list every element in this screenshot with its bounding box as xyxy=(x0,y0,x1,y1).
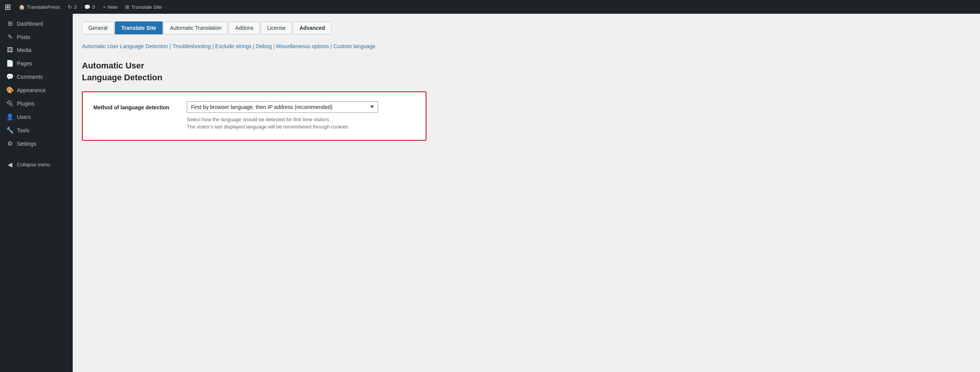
admin-bar: ⊞ 🏠 TranslatePress ↻ 3 💬 0 + New ⊞ Trans… xyxy=(0,0,980,14)
section-heading: Automatic User Language Detection xyxy=(82,60,971,84)
new-bar[interactable]: + New xyxy=(103,4,118,10)
settings-description: Select how the language should be detect… xyxy=(187,116,415,131)
plugins-icon: 🔌 xyxy=(6,100,14,107)
sidebar-item-pages[interactable]: 📄 Pages xyxy=(0,57,73,70)
admin-sidebar: ⊞ Dashboard ✎ Posts 🖼 Media 📄 Pages 💬 Co… xyxy=(0,14,73,372)
tab-automatic-translation[interactable]: Automatic Translation xyxy=(163,21,228,34)
sidebar-item-comments[interactable]: 💬 Comments xyxy=(0,70,73,83)
anchor-exclude-strings[interactable]: Exclude strings xyxy=(215,43,252,49)
settings-label-detection: Method of language detection xyxy=(93,101,178,110)
sidebar-item-media[interactable]: 🖼 Media xyxy=(0,44,73,57)
wp-wrapper: ⊞ Dashboard ✎ Posts 🖼 Media 📄 Pages 💬 Co… xyxy=(0,14,980,372)
collapse-menu-button[interactable]: ◀ Collapse menu xyxy=(0,158,73,171)
tab-addons[interactable]: Addons xyxy=(229,21,260,34)
comments-bar[interactable]: 💬 0 xyxy=(84,4,95,10)
media-icon: 🖼 xyxy=(6,47,14,54)
language-detection-select[interactable]: First by browser language, then IP addre… xyxy=(187,101,378,113)
posts-icon: ✎ xyxy=(6,33,14,41)
comments-icon: 💬 xyxy=(84,4,90,10)
sidebar-item-users[interactable]: 👤 Users xyxy=(0,110,73,123)
appearance-icon: 🎨 xyxy=(6,86,14,94)
anchor-troubleshooting[interactable]: Troubleshooting xyxy=(173,43,211,49)
sidebar-item-appearance[interactable]: 🎨 Appearance xyxy=(0,83,73,97)
main-content: General Translate Site Automatic Transla… xyxy=(73,14,980,372)
anchor-misc-options[interactable]: Miscellaneous options xyxy=(276,43,329,49)
pages-icon: 📄 xyxy=(6,60,14,67)
sep-3: | xyxy=(253,43,255,49)
sidebar-item-tools[interactable]: 🔧 Tools xyxy=(0,123,73,137)
translate-icon: ⊞ xyxy=(125,4,129,10)
plus-icon: + xyxy=(103,4,106,10)
sep-5: | xyxy=(330,43,332,49)
users-icon: 👤 xyxy=(6,113,14,120)
sep-2: | xyxy=(212,43,214,49)
tab-translate-site[interactable]: Translate Site xyxy=(115,21,163,34)
settings-control-detection: First by browser language, then IP addre… xyxy=(187,101,415,131)
settings-box: Method of language detection First by br… xyxy=(82,91,426,141)
tab-advanced[interactable]: Advanced xyxy=(293,21,332,34)
sidebar-item-plugins[interactable]: 🔌 Plugins xyxy=(0,97,73,110)
collapse-icon: ◀ xyxy=(6,161,14,168)
tab-bar: General Translate Site Automatic Transla… xyxy=(82,21,971,34)
sidebar-item-settings[interactable]: ⚙ Settings xyxy=(0,137,73,150)
anchor-links: Automatic User Language Detection | Trou… xyxy=(82,43,971,49)
dashboard-icon: ⊞ xyxy=(6,20,14,27)
sidebar-item-posts[interactable]: ✎ Posts xyxy=(0,30,73,44)
comments-sidebar-icon: 💬 xyxy=(6,73,14,80)
anchor-custom-language[interactable]: Custom language xyxy=(333,43,376,49)
updates-bar[interactable]: ↻ 3 xyxy=(68,4,77,10)
anchor-debug[interactable]: Debug xyxy=(256,43,272,49)
site-name-bar[interactable]: 🏠 TranslatePress xyxy=(19,4,60,10)
settings-icon: ⚙ xyxy=(6,140,14,147)
home-icon: 🏠 xyxy=(19,4,25,10)
sep-1: | xyxy=(170,43,171,49)
tab-license[interactable]: License xyxy=(261,21,292,34)
wp-logo[interactable]: ⊞ xyxy=(5,2,11,11)
translate-site-bar[interactable]: ⊞ Translate Site xyxy=(125,4,162,10)
tab-general[interactable]: General xyxy=(82,21,114,34)
settings-row-language-detection: Method of language detection First by br… xyxy=(93,101,415,131)
anchor-auto-lang-detect[interactable]: Automatic User Language Detection xyxy=(82,43,168,49)
tools-icon: 🔧 xyxy=(6,127,14,134)
updates-icon: ↻ xyxy=(68,4,72,10)
sep-4: | xyxy=(273,43,275,49)
sidebar-item-dashboard[interactable]: ⊞ Dashboard xyxy=(0,17,73,30)
